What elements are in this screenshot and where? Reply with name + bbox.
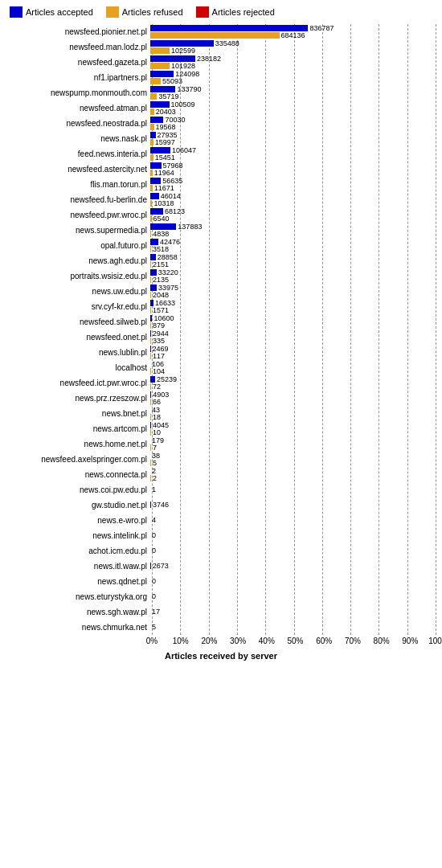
- row-label: news.artcom.pl: [3, 424, 150, 433]
- bar-refused-label: 18: [153, 413, 161, 421]
- bar-line-refused: 7: [150, 444, 439, 451]
- table-row: newsfeed.silweb.pl10600879: [3, 314, 439, 329]
- bar-line-empty: 0: [150, 593, 439, 600]
- row-label: achot.icm.edu.pl: [3, 547, 150, 555]
- row-label: news.uw.edu.pl: [3, 287, 150, 296]
- bar-accepted-label: 3746: [153, 501, 169, 509]
- bar-refused-label: 15997: [155, 138, 175, 146]
- table-row: gw.studio.net.pl3746: [3, 497, 439, 512]
- bar-area: 2469117: [150, 345, 439, 359]
- bar-line-accepted: 238182: [150, 55, 439, 62]
- bar-refused-label: 10: [153, 428, 161, 436]
- bar-refused-label: 20403: [156, 108, 176, 116]
- legend-rejected-label: Articles rejected: [212, 7, 275, 17]
- bar-accepted: [150, 376, 155, 383]
- bar-accepted: [150, 55, 195, 62]
- row-label: newsfeed.ict.pwr.wroc.pl: [3, 379, 150, 387]
- row-label: newsfeed.atman.pl: [3, 104, 150, 113]
- bar-refused: [150, 32, 280, 39]
- bar-area: 288582151: [150, 253, 439, 268]
- table-row: srv.cyf-kr.edu.pl166331571: [3, 299, 439, 313]
- row-label: newsfeed.onet.pl: [3, 333, 150, 342]
- row-label: news.agh.edu.pl: [3, 256, 150, 265]
- bar-refused: [150, 399, 151, 405]
- bar-line-refused: 2048: [150, 292, 439, 298]
- bar-area: 5: [150, 620, 439, 634]
- bar-line-accepted: 133790: [150, 86, 439, 92]
- bar-accepted-label: 335488: [215, 39, 239, 47]
- bar-accepted: [150, 86, 175, 92]
- bar-line-accepted: 28858: [150, 254, 439, 260]
- bar-accepted: [150, 315, 152, 321]
- bar-line-refused: 684136: [150, 32, 439, 39]
- bar-line-accepted: 70030: [150, 117, 439, 123]
- bar-area: 10600879: [150, 314, 439, 329]
- bar-refused-label: 6540: [153, 215, 170, 223]
- bar-line-empty: 0: [150, 532, 439, 538]
- bar-refused: [150, 139, 153, 145]
- bar-refused: [150, 460, 151, 466]
- bar-refused: [150, 338, 151, 344]
- bar-accepted: [150, 208, 163, 215]
- legend-refused: Articles refused: [106, 6, 183, 18]
- bar-area: 332202135: [150, 268, 439, 283]
- bar-zero-label: 0: [152, 592, 156, 600]
- row-label: news.intelink.pl: [3, 531, 150, 540]
- table-row: news.chmurka.net5: [3, 620, 439, 634]
- bar-refused: [150, 292, 151, 298]
- bar-refused: [150, 261, 151, 268]
- table-row: news.uw.edu.pl339752048: [3, 284, 439, 298]
- bar-area: 5663511671: [150, 177, 439, 191]
- row-label: news.chmurka.net: [3, 623, 150, 632]
- x-tick-40%: 40%: [259, 637, 275, 645]
- table-row: newsfeed.pionier.net.pl836787684136: [3, 24, 439, 39]
- row-label: news.connecta.pl: [3, 470, 150, 479]
- bar-accepted-label: 17: [152, 608, 160, 616]
- table-row: newsfeed.pwr.wroc.pl681236540: [3, 207, 439, 222]
- bar-refused-label: 15451: [155, 154, 175, 162]
- bar-refused-label: 684136: [281, 31, 305, 39]
- row-label: gw.studio.net.pl: [3, 501, 150, 510]
- bar-line-accepted: 57968: [150, 162, 439, 169]
- bar-line-accepted: 836787: [150, 25, 439, 31]
- x-axis: 0%10%20%30%40%50%60%70%80%90%100%: [152, 637, 439, 648]
- bar-area: 1: [150, 482, 439, 497]
- bar-line-accepted: 10600: [150, 315, 439, 321]
- bar-refused-label: 72: [153, 383, 161, 391]
- bar-area: 2793515997: [150, 131, 439, 145]
- bar-line-accepted: 106047: [150, 147, 439, 154]
- row-label: newsfeed.fu-berlin.de: [3, 195, 150, 204]
- bar-line-accepted: 335488: [150, 40, 439, 47]
- bar-refused-label: 2135: [153, 276, 169, 284]
- bar-refused-label: 5: [153, 459, 157, 467]
- bar-refused-label: 10318: [153, 199, 174, 207]
- bar-accepted: [150, 25, 308, 31]
- bar-line-accepted: 1: [150, 486, 439, 493]
- chart-container: Articles accepted Articles refused Artic…: [0, 0, 442, 693]
- bar-refused-label: 4838: [153, 230, 169, 238]
- bar-refused: [150, 414, 151, 420]
- bar-zero-label: 0: [152, 547, 156, 555]
- bar-line-accepted: 106: [150, 361, 439, 367]
- bar-area: 1378834838: [150, 223, 439, 237]
- bar-line-accepted: 4: [150, 517, 439, 523]
- bar-refused: [150, 108, 154, 115]
- table-row: newsfeed.onet.pl2944335: [3, 330, 439, 344]
- table-row: newsfeed.atman.pl10050920403: [3, 100, 439, 115]
- table-row: news.home.net.pl1797: [3, 436, 439, 451]
- bar-accepted: [150, 391, 151, 398]
- bar-refused: [150, 200, 152, 207]
- bar-line-accepted: 33220: [150, 269, 439, 276]
- row-label: newsfeed.pwr.wroc.pl: [3, 211, 150, 219]
- bar-area: 7003019568: [150, 116, 439, 130]
- table-row: news.connecta.pl22: [3, 467, 439, 481]
- x-tick-80%: 80%: [374, 637, 390, 645]
- legend-accepted-box: [10, 6, 23, 18]
- row-label: newsfeed.neostrada.pl: [3, 119, 150, 128]
- table-row: news.lublin.pl2469117: [3, 345, 439, 359]
- bar-line-accepted: 2: [150, 468, 439, 474]
- legend-accepted: Articles accepted: [10, 6, 93, 18]
- bar-refused-label: 117: [153, 352, 165, 360]
- legend-refused-label: Articles refused: [122, 7, 183, 17]
- bar-refused: [150, 368, 151, 375]
